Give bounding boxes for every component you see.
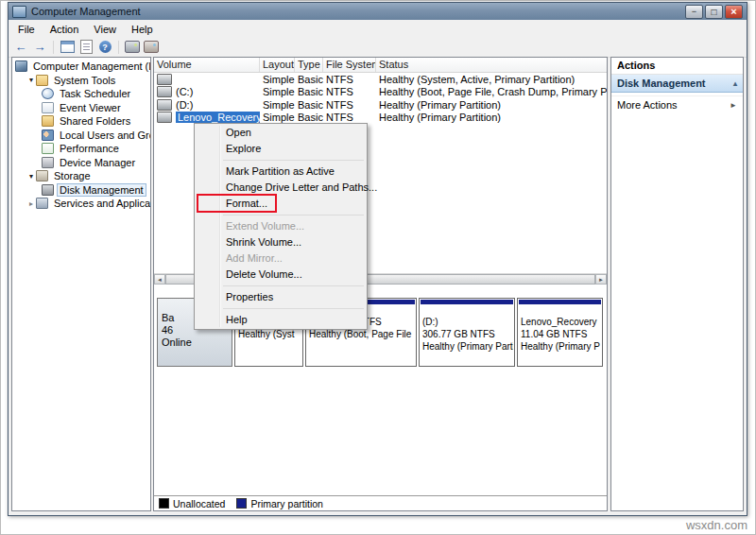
partition-block-d[interactable]: (D:) 306.77 GB NTFS Healthy (Primary Par… (419, 298, 515, 367)
minimize-button[interactable] (685, 5, 703, 19)
primary-partition-swatch-icon (236, 498, 247, 509)
more-actions-button[interactable]: More Actions (611, 95, 743, 113)
menu-help[interactable]: Help (124, 23, 161, 36)
volume-row[interactable]: (C:) Simple Basic NTFS Healthy (Boot, Pa… (154, 86, 607, 99)
scroll-left-icon[interactable] (154, 274, 165, 285)
volume-list: Simple Basic NTFS Healthy (System, Activ… (154, 73, 607, 124)
screenshot-canvas: Computer Management File Action View Hel… (0, 0, 756, 535)
menu-separator (195, 212, 367, 218)
volume-icon (157, 86, 172, 97)
menubar: File Action View Help (9, 21, 747, 37)
menu-item-explore[interactable]: Explore (195, 141, 367, 157)
menu-item-properties[interactable]: Properties (195, 289, 367, 305)
volume-icon (157, 74, 172, 85)
menu-separator (195, 157, 367, 164)
primary-partition-band (421, 300, 513, 304)
menu-item-extend-volume: Extend Volume... (195, 218, 367, 234)
performance-icon (42, 143, 54, 154)
task-scheduler-icon (42, 88, 54, 99)
menu-item-mark-partition-active[interactable]: Mark Partition as Active (195, 164, 367, 180)
watermark: wsxdn.com (686, 518, 747, 532)
primary-partition-band (519, 300, 601, 304)
toolbar-separator (53, 41, 54, 54)
device-manager-icon (42, 157, 54, 168)
menu-item-add-mirror: Add Mirror... (195, 250, 367, 267)
toolbar-separator (118, 41, 119, 54)
volume-list-header: Volume Layout Type File System Status (154, 58, 607, 73)
computer-management-window: Computer Management File Action View Hel… (8, 2, 747, 516)
tree-item-event-viewer[interactable]: Event Viewer (12, 101, 150, 115)
console-tree: Computer Management (Local System Tools … (11, 57, 151, 511)
partition-block-lenovo-recovery[interactable]: Lenovo_Recovery 11.04 GB NTFS Healthy (P… (517, 298, 603, 367)
unallocated-swatch-icon (159, 498, 169, 509)
collapse-chevron-icon[interactable] (733, 79, 737, 88)
maximize-button[interactable] (705, 5, 723, 19)
tree-item-services-applications[interactable]: Services and Applications (12, 197, 150, 211)
column-file-system[interactable]: File System (323, 58, 376, 72)
tree-item-device-manager[interactable]: Device Manager (12, 156, 150, 170)
titlebar[interactable]: Computer Management (9, 3, 747, 20)
legend-primary-partition: Primary partition (236, 498, 322, 509)
volume-icon (157, 112, 172, 123)
close-button[interactable] (725, 5, 743, 19)
tree-item-local-users-groups[interactable]: Local Users and Groups (12, 129, 150, 143)
column-volume[interactable]: Volume (154, 58, 260, 72)
more-actions-arrow-icon (730, 101, 737, 110)
shared-folders-icon (42, 115, 54, 127)
scroll-right-icon[interactable] (595, 274, 607, 285)
volume-row[interactable]: Simple Basic NTFS Healthy (System, Activ… (154, 73, 607, 86)
disk-icon[interactable] (125, 41, 140, 53)
menu-separator (195, 305, 367, 312)
actions-pane: Actions Disk Management More Actions (610, 57, 744, 511)
tree-item-shared-folders[interactable]: Shared Folders (12, 114, 150, 129)
tree-item-computer-management[interactable]: Computer Management (Local (12, 60, 150, 74)
menu-item-delete-volume[interactable]: Delete Volume... (195, 267, 367, 283)
disk-management-icon (42, 184, 54, 196)
system-tools-icon (36, 75, 48, 86)
menu-item-open[interactable]: Open (195, 125, 367, 141)
expand-open-icon[interactable] (26, 172, 36, 181)
volume-row-selected[interactable]: Lenovo_Recovery (E:) Simple Basic NTFS H… (154, 112, 607, 125)
tree-item-disk-management[interactable]: Disk Management (12, 183, 150, 198)
forward-icon[interactable] (34, 40, 46, 54)
users-icon (42, 129, 54, 141)
volume-context-menu: Open Explore Mark Partition as Active Ch… (194, 123, 368, 330)
column-type[interactable]: Type (295, 58, 323, 72)
menu-view[interactable]: View (86, 23, 124, 36)
actions-group-disk-management[interactable]: Disk Management (611, 75, 743, 93)
disk-alt-icon[interactable] (144, 41, 159, 53)
menu-action[interactable]: Action (43, 23, 87, 36)
menu-item-format[interactable]: Format... (195, 196, 367, 212)
menu-item-change-drive-letter[interactable]: Change Drive Letter and Paths... (195, 180, 367, 196)
volume-icon (157, 99, 172, 111)
toolbar (9, 37, 747, 58)
tree-item-task-scheduler[interactable]: Task Scheduler (12, 87, 150, 101)
column-status[interactable]: Status (376, 58, 607, 72)
event-viewer-icon (42, 102, 54, 113)
help-icon[interactable] (99, 41, 112, 53)
actions-title: Actions (611, 58, 743, 75)
services-icon (36, 198, 48, 209)
export-list-icon[interactable] (80, 40, 93, 54)
back-icon[interactable] (15, 40, 27, 54)
menu-file[interactable]: File (10, 23, 43, 36)
menu-separator (195, 283, 367, 289)
computer-icon (15, 60, 27, 72)
tree-item-storage[interactable]: Storage (12, 169, 150, 183)
show-console-tree-icon[interactable] (60, 41, 75, 53)
menu-item-shrink-volume[interactable]: Shrink Volume... (195, 234, 367, 250)
menu-item-help[interactable]: Help (195, 312, 367, 328)
window-title: Computer Management (31, 6, 141, 17)
expand-closed-icon[interactable] (26, 199, 36, 208)
app-icon (12, 6, 26, 18)
legend-unallocated: Unallocated (159, 498, 225, 509)
partition-legend: Unallocated Primary partition (154, 495, 607, 510)
volume-row[interactable]: (D:) Simple Basic NTFS Healthy (Primary … (154, 98, 607, 112)
tree-item-performance[interactable]: Performance (12, 142, 150, 156)
storage-icon (36, 170, 48, 181)
tree-item-system-tools[interactable]: System Tools (12, 74, 150, 88)
column-layout[interactable]: Layout (260, 58, 295, 72)
expand-open-icon[interactable] (26, 76, 36, 84)
